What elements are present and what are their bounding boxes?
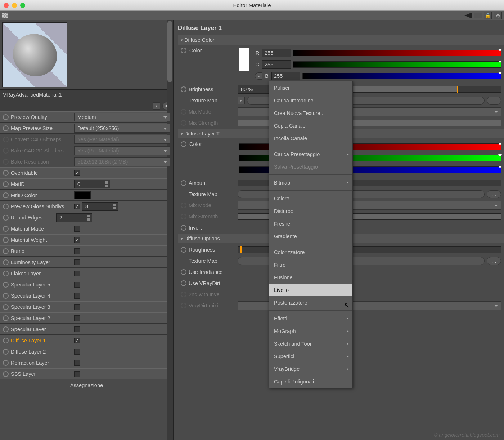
radio-icon[interactable] <box>3 304 9 310</box>
radio-icon[interactable] <box>3 248 9 254</box>
menu-item[interactable]: Fusione <box>269 271 352 284</box>
menu-item[interactable]: VrayBridge <box>269 363 352 375</box>
radio-icon[interactable] <box>3 315 9 321</box>
channel-checkbox[interactable] <box>74 371 80 377</box>
texture-browse-button[interactable]: … <box>487 257 501 265</box>
menu-item[interactable]: Gradiente <box>269 230 352 243</box>
channel-label[interactable]: Bump <box>11 248 72 254</box>
channel-label[interactable]: Specular Layer 3 <box>11 304 72 310</box>
texture-menu-button[interactable] <box>238 97 245 104</box>
channel-label[interactable]: Flakes Layer <box>11 271 72 276</box>
back-arrow-icon[interactable] <box>464 13 472 18</box>
channel-checkbox[interactable] <box>74 315 80 321</box>
round-edges-input[interactable]: 2 <box>56 213 92 222</box>
menu-item[interactable]: Filtro <box>269 258 352 271</box>
radio-icon[interactable] <box>3 192 9 198</box>
preview-gloss-input[interactable]: 8 <box>82 202 118 211</box>
channel-checkbox[interactable] <box>74 293 80 299</box>
menu-item[interactable]: Effetti <box>269 312 352 325</box>
menu-item[interactable]: Carica Immagine... <box>269 94 352 107</box>
radio-icon[interactable] <box>3 338 9 343</box>
menu-item[interactable]: MoGraph <box>269 325 352 337</box>
g-input[interactable]: 255 <box>262 60 291 69</box>
radio-icon[interactable] <box>3 371 9 377</box>
overridable-checkbox[interactable] <box>74 170 80 176</box>
color-mode-button[interactable] <box>255 72 262 80</box>
radio-icon[interactable] <box>3 114 9 120</box>
radio-icon[interactable] <box>181 280 186 286</box>
channel-label[interactable]: Specular Layer 1 <box>11 326 72 332</box>
preview-gloss-checkbox[interactable] <box>74 204 80 209</box>
g-slider[interactable] <box>293 61 501 68</box>
radio-icon[interactable] <box>3 204 9 209</box>
menu-item[interactable]: Colore <box>269 192 352 205</box>
texture-browse-button[interactable]: … <box>487 190 501 198</box>
channel-checkbox[interactable] <box>74 237 80 243</box>
radio-icon[interactable] <box>3 259 9 265</box>
menu-item[interactable]: Carica Presettaggio <box>269 148 352 160</box>
radio-icon[interactable] <box>181 225 186 231</box>
menu-item[interactable]: Incolla Canale <box>269 132 352 145</box>
left-scrollbar[interactable] <box>167 20 173 440</box>
menu-item[interactable]: Sketch and Toon <box>269 337 352 350</box>
channel-label[interactable]: SSS Layer <box>11 371 72 377</box>
menu-item[interactable]: Disturbo <box>269 205 352 217</box>
menu-item[interactable]: Colorizzatore <box>269 246 352 258</box>
menu-item[interactable]: Livello <box>269 284 352 296</box>
b-input[interactable]: 255 <box>271 72 300 80</box>
texture-icon[interactable] <box>2 13 8 18</box>
radio-icon[interactable] <box>3 326 9 332</box>
menu-item[interactable]: Pulisci <box>269 81 352 94</box>
channel-label[interactable]: Specular Layer 2 <box>11 315 72 321</box>
material-preview[interactable] <box>2 22 67 87</box>
channel-checkbox[interactable] <box>74 282 80 288</box>
channel-checkbox[interactable] <box>74 349 80 355</box>
channel-label[interactable]: Specular Layer 4 <box>11 293 72 299</box>
radio-icon[interactable] <box>3 170 9 176</box>
radio-icon[interactable] <box>181 269 186 275</box>
texture-browse-button[interactable]: … <box>487 97 501 105</box>
map-preview-size-select[interactable]: Default (256x256) <box>74 124 170 133</box>
b-slider[interactable] <box>302 73 501 79</box>
section-diffuse-color[interactable]: Diffuse Color <box>178 35 504 45</box>
menu-item[interactable]: Bitmap <box>269 176 352 189</box>
radio-icon[interactable] <box>181 86 186 92</box>
lock-icon[interactable]: 🔓 <box>484 12 492 19</box>
channel-label[interactable]: Specular Layer 5 <box>11 282 72 288</box>
r-input[interactable]: 255 <box>262 49 291 57</box>
radio-icon[interactable] <box>3 181 9 187</box>
radio-icon[interactable] <box>3 237 9 243</box>
menu-item[interactable]: Superfici <box>269 350 352 363</box>
channel-checkbox[interactable] <box>74 360 80 366</box>
material-name[interactable]: VRayAdvancedMaterial.1 <box>0 89 173 100</box>
menu-item[interactable]: Posterizzatore <box>269 296 352 309</box>
channel-checkbox[interactable] <box>74 338 80 343</box>
radio-icon[interactable] <box>3 349 9 355</box>
radio-icon[interactable] <box>3 360 9 366</box>
radio-icon[interactable] <box>3 282 9 288</box>
channel-label[interactable]: Diffuse Layer 2 <box>11 349 72 355</box>
channel-label[interactable]: Luminosity Layer <box>11 259 72 265</box>
color-swatch[interactable] <box>239 48 249 71</box>
add-icon[interactable]: ⊕ <box>494 12 502 19</box>
radio-icon[interactable] <box>3 271 9 276</box>
radio-icon[interactable] <box>3 293 9 299</box>
channel-label[interactable]: Material Weight <box>11 237 72 243</box>
channel-label[interactable]: Refraction Layer <box>11 360 72 366</box>
radio-icon[interactable] <box>3 125 9 131</box>
radio-icon[interactable] <box>3 226 9 232</box>
channel-label[interactable]: Material Matte <box>11 226 72 232</box>
channel-label[interactable]: Diffuse Layer 1 <box>11 338 72 343</box>
radio-icon[interactable] <box>181 180 186 186</box>
menu-item[interactable]: Crea Nuova Texture... <box>269 107 352 119</box>
menu-item[interactable]: Capelli Poligonali <box>269 375 352 388</box>
mtlid-color-swatch[interactable] <box>74 191 91 199</box>
name-menu-button[interactable] <box>153 102 160 110</box>
preview-quality-select[interactable]: Medium <box>74 113 170 121</box>
channel-checkbox[interactable] <box>74 304 80 310</box>
channel-checkbox[interactable] <box>74 326 80 332</box>
radio-icon[interactable] <box>181 48 186 53</box>
r-slider[interactable] <box>293 50 501 56</box>
radio-icon[interactable] <box>181 247 186 253</box>
channel-checkbox[interactable] <box>74 248 80 254</box>
